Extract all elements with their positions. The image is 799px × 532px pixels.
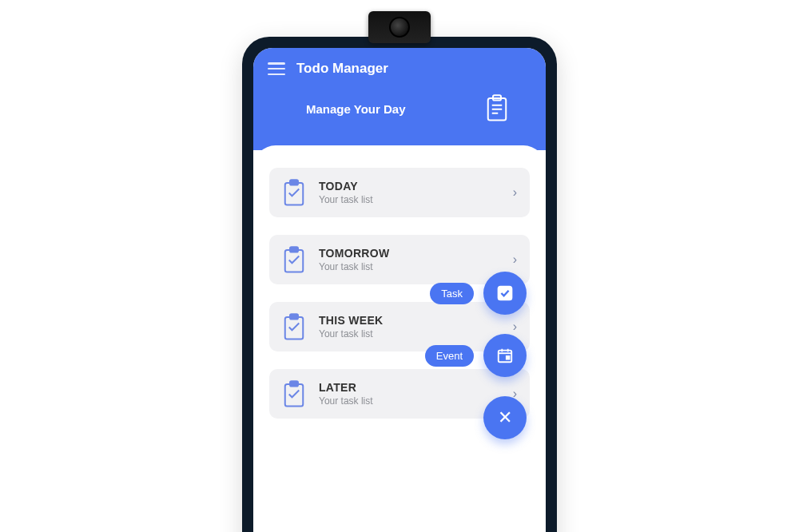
popup-camera: [368, 11, 431, 43]
sub-header: Manage Your Day: [268, 77, 531, 123]
card-subtitle: Your task list: [319, 194, 500, 205]
content-panel: TODAY Your task list › TOMORROW Your tas…: [253, 145, 546, 532]
svg-rect-8: [290, 247, 298, 252]
svg-rect-10: [290, 314, 298, 319]
card-text: TOMORROW Your task list: [319, 247, 500, 272]
clipboard-icon: [282, 246, 306, 273]
page-subtitle: Manage Your Day: [306, 102, 405, 116]
clipboard-icon: [282, 179, 306, 206]
card-title: TODAY: [319, 180, 500, 193]
fab-event-button[interactable]: [483, 334, 527, 377]
svg-rect-6: [290, 180, 298, 185]
close-icon: ✕: [498, 409, 512, 427]
clipboard-icon: [282, 380, 306, 407]
fab-task-row: Task: [430, 272, 527, 315]
app-title: Todo Manager: [296, 61, 388, 77]
menu-icon[interactable]: [268, 62, 285, 75]
chevron-right-icon: ›: [513, 185, 517, 200]
svg-rect-12: [290, 381, 298, 386]
clipboard-icon: [282, 313, 306, 340]
app-screen: Todo Manager Manage Your Day: [253, 48, 546, 532]
clipboard-icon[interactable]: [485, 94, 509, 123]
chevron-right-icon: ›: [513, 252, 517, 267]
fab-close-button[interactable]: ✕: [483, 396, 527, 439]
card-subtitle: Your task list: [319, 261, 500, 272]
fab-task-label: Task: [430, 283, 474, 304]
fab-close-row: ✕: [483, 396, 527, 439]
app-header: Todo Manager Manage Your Day: [253, 48, 546, 150]
fab-event-label: Event: [425, 345, 474, 367]
phone-frame: Todo Manager Manage Your Day: [242, 37, 557, 532]
fab-event-row: Event: [425, 334, 527, 377]
fab-stack: Task Event: [425, 272, 527, 439]
svg-rect-18: [507, 356, 510, 359]
card-text: TODAY Your task list: [319, 180, 500, 205]
card-title: TOMORROW: [319, 247, 500, 260]
top-bar: Todo Manager: [268, 61, 531, 77]
list-today[interactable]: TODAY Your task list ›: [269, 168, 530, 217]
fab-task-button[interactable]: [483, 272, 527, 315]
